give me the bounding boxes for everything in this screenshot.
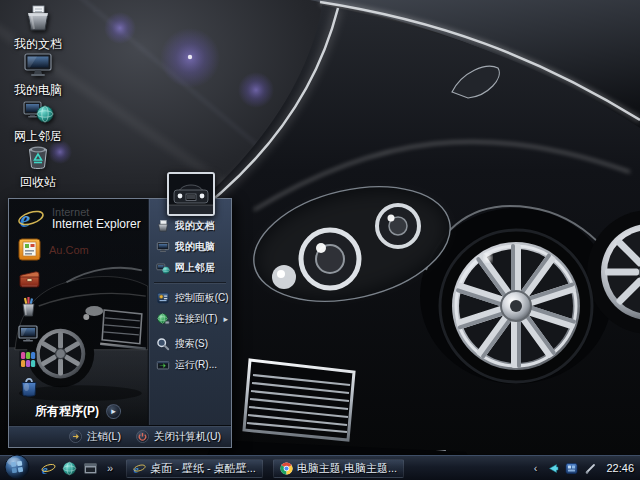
menu-item-label: 运行(R)... <box>175 358 217 372</box>
start-menu-item-search[interactable]: 搜索(S) <box>149 333 231 354</box>
svg-text:e: e <box>20 207 30 232</box>
all-programs-arrow-icon: ▸ <box>106 404 121 419</box>
pinned-item-red-box-app[interactable] <box>9 264 148 293</box>
pinned-item-pens-app[interactable] <box>9 346 148 372</box>
log-off-label: 注销(L) <box>87 430 121 444</box>
start-menu-item-run[interactable]: 运行(R)... <box>149 354 231 375</box>
network-places-icon <box>22 94 54 126</box>
red-box-app-icon <box>17 266 42 291</box>
pinned-item-internet-explorer[interactable]: e Internet Internet Explorer <box>9 203 148 235</box>
start-button[interactable] <box>4 454 30 480</box>
submenu-arrow-icon: ▸ <box>223 314 229 324</box>
taskbar-task-ie-window[interactable]: e 桌面 - 壁纸 - 桌酷壁... <box>126 459 263 478</box>
pinned-item-website-link[interactable]: Au.Com <box>9 235 148 264</box>
desktop: 我的文档 我的电脑 网上邻居 回收站 <box>0 0 640 480</box>
globe-quick-icon[interactable] <box>62 461 77 476</box>
grille <box>244 360 354 440</box>
task-label: 桌面 - 壁纸 - 桌酷壁... <box>150 461 256 476</box>
window-quick-icon[interactable] <box>83 461 98 476</box>
pinned-item-stationery-app[interactable] <box>9 293 148 320</box>
menu-item-label: 连接到(T) <box>175 312 218 326</box>
network-places-icon <box>156 261 170 275</box>
taskbar-task-chrome-window[interactable]: 电脑主题,电脑主题... <box>273 459 404 478</box>
quick-launch-bar: e » <box>41 461 116 476</box>
svg-text:e: e <box>134 462 139 474</box>
start-menu: e Internet Internet Explorer <box>8 198 232 448</box>
my-computer-icon <box>22 48 54 80</box>
start-menu-item-control-panel[interactable]: 控制面板(C) <box>149 287 231 308</box>
log-off-icon <box>69 430 82 443</box>
pinned-item-label: Au.Com <box>49 244 89 256</box>
tray-pen-input-icon[interactable] <box>584 462 597 475</box>
start-menu-item-my-computer[interactable]: 我的电脑 <box>149 236 231 257</box>
control-panel-icon <box>156 291 170 305</box>
start-menu-footer: 注销(L) 关闭计算机(U) <box>9 425 231 447</box>
start-menu-item-my-documents[interactable]: 我的文档 <box>149 215 231 236</box>
my-documents-icon <box>156 219 170 233</box>
internet-explorer-icon: e <box>17 205 45 233</box>
turn-off-label: 关闭计算机(U) <box>154 430 221 444</box>
menu-item-label: 网上邻居 <box>175 261 215 275</box>
pinned-item-display-app[interactable] <box>9 320 148 346</box>
log-off-button[interactable]: 注销(L) <box>69 430 121 444</box>
color-pens-icon <box>17 348 39 370</box>
my-documents-icon <box>22 2 54 34</box>
start-menu-places-panel: 我的文档 我的电脑 <box>148 199 231 425</box>
system-tray: ‹ 22:46 <box>531 462 634 475</box>
monitor-app-icon <box>17 322 39 344</box>
start-menu-pinned-panel: e Internet Internet Explorer <box>9 199 148 425</box>
connect-to-icon <box>156 312 170 326</box>
pinned-item-bag-app[interactable] <box>9 372 148 400</box>
taskbar-clock[interactable]: 22:46 <box>606 462 634 474</box>
tray-arrow-icon[interactable] <box>546 462 559 475</box>
turn-off-computer-button[interactable]: 关闭计算机(U) <box>136 430 221 444</box>
pencil-cup-icon <box>17 295 40 318</box>
desktop-icon-my-documents[interactable]: 我的文档 <box>6 2 70 53</box>
taskbar: e » e 桌面 - 壁纸 - 桌酷壁... <box>0 455 640 480</box>
internet-explorer-quick-icon[interactable]: e <box>41 461 56 476</box>
all-programs-button[interactable]: 所有程序(P) ▸ <box>9 400 148 425</box>
run-icon <box>156 358 170 372</box>
menu-item-label: 搜索(S) <box>175 337 208 351</box>
internet-explorer-icon: e <box>133 462 146 475</box>
user-avatar-car-picture <box>169 174 213 214</box>
menu-item-label: 控制面板(C) <box>175 291 229 305</box>
menu-item-label: 我的电脑 <box>175 240 215 254</box>
tray-collapse-chevron[interactable]: ‹ <box>534 462 538 474</box>
menu-separator <box>154 282 226 283</box>
search-icon <box>156 337 170 351</box>
desktop-icon-label: 回收站 <box>20 174 56 191</box>
pinned-item-label: Internet Explorer <box>52 218 141 232</box>
desktop-icon-my-computer[interactable]: 我的电脑 <box>6 48 70 99</box>
website-shortcut-icon <box>17 237 42 262</box>
user-avatar <box>167 172 215 216</box>
tray-windows-update-icon[interactable] <box>565 462 578 475</box>
recycle-bin-icon <box>22 140 54 172</box>
desktop-icon-network-places[interactable]: 网上邻居 <box>6 94 70 145</box>
blue-bag-icon <box>17 374 41 398</box>
task-label: 电脑主题,电脑主题... <box>297 461 397 476</box>
quick-launch-overflow-chevron[interactable]: » <box>107 462 113 474</box>
front-wheel <box>438 228 594 384</box>
power-icon <box>136 430 149 443</box>
chrome-icon <box>280 462 293 475</box>
all-programs-label: 所有程序(P) <box>35 403 99 420</box>
svg-text:e: e <box>42 461 48 476</box>
desktop-icon-recycle-bin[interactable]: 回收站 <box>6 140 70 191</box>
start-menu-item-network-places[interactable]: 网上邻居 <box>149 257 231 278</box>
start-menu-item-connect-to[interactable]: 连接到(T) ▸ <box>149 308 231 329</box>
my-computer-icon <box>156 240 170 254</box>
menu-item-label: 我的文档 <box>175 219 215 233</box>
